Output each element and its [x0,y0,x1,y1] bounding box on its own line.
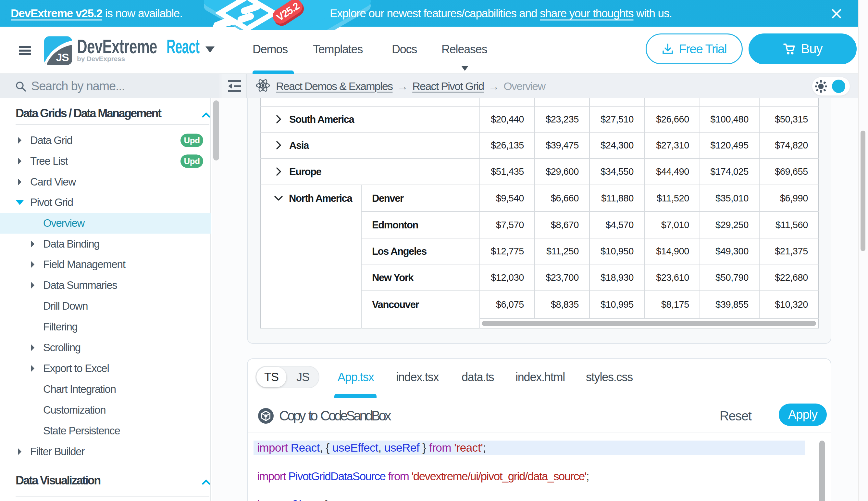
svg-text:JS: JS [56,51,69,63]
